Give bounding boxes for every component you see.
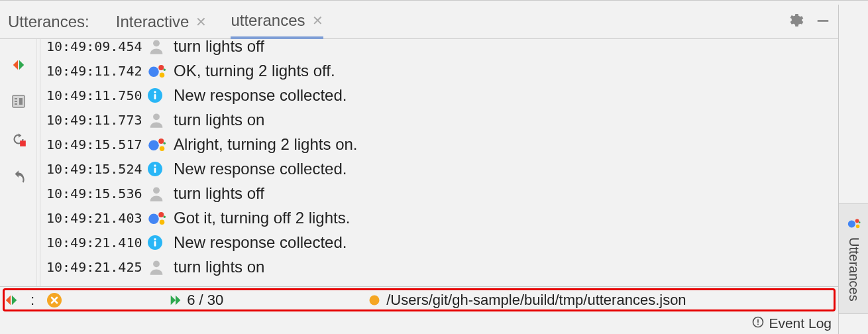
svg-point-26 — [160, 219, 165, 225]
log-area[interactable]: 10:49:09.454turn lights off10:49:11.742O… — [37, 39, 838, 286]
assistant-icon — [147, 208, 174, 228]
status-progress: 6 / 30 — [168, 292, 223, 309]
log-row[interactable]: 10:49:15.524New response collected. — [46, 156, 838, 181]
tab-utterances[interactable]: utterances ✕ — [231, 5, 323, 39]
user-icon — [147, 184, 174, 203]
log-row[interactable]: 10:49:15.517Alright, turning 2 lights on… — [46, 132, 838, 156]
status-count-text: 6 / 30 — [187, 292, 223, 309]
status-run-icon[interactable] — [4, 293, 19, 307]
log-message: turn lights off — [174, 39, 264, 56]
footer-bar: Event Log — [0, 313, 838, 334]
svg-point-31 — [153, 260, 160, 267]
log-row[interactable]: 10:49:15.536turn lights off — [46, 181, 838, 205]
log-message: Alright, turning 2 lights on. — [174, 135, 358, 154]
run-flip-icon[interactable] — [11, 58, 26, 75]
status-path-text: /Users/git/gh-sample/build/tmp/utterance… — [386, 292, 686, 309]
svg-rect-5 — [19, 98, 23, 105]
log-row[interactable]: 10:49:21.410New response collected. — [46, 230, 838, 254]
log-message: OK, turning 2 lights off. — [174, 62, 335, 80]
status-bar: : 6 / 30 /Users/git/gh-sample/build/tmp/… — [0, 286, 838, 313]
svg-rect-3 — [15, 101, 17, 102]
log-message: New response collected. — [174, 160, 347, 178]
svg-point-38 — [855, 219, 859, 223]
status-cancel-icon[interactable] — [46, 292, 62, 308]
svg-point-9 — [158, 65, 164, 70]
log-timestamp: 10:49:11.742 — [46, 63, 147, 79]
tab-label: Interactive — [116, 13, 190, 31]
log-message: turn lights off — [174, 184, 264, 203]
gear-icon[interactable] — [787, 12, 804, 32]
assistant-icon — [846, 216, 861, 231]
svg-point-19 — [164, 142, 166, 144]
svg-point-15 — [153, 113, 160, 120]
log-row[interactable]: 10:49:21.425turn lights on — [46, 254, 838, 279]
log-timestamp: 10:49:15.517 — [46, 137, 147, 152]
log-timestamp: 10:49:11.750 — [46, 87, 147, 103]
tab-interactive[interactable]: Interactive ✕ — [116, 5, 207, 39]
assistant-icon — [147, 135, 174, 154]
log-row[interactable]: 10:49:11.773turn lights on — [46, 107, 838, 132]
tab-label: utterances — [231, 11, 305, 30]
svg-point-17 — [158, 139, 164, 144]
log-message: Got it, turning off 2 lights. — [174, 209, 350, 227]
log-message: turn lights on — [174, 111, 264, 129]
log-timestamp: 10:49:15.524 — [46, 161, 147, 177]
svg-point-11 — [164, 68, 166, 71]
right-tab-utterances[interactable]: Utterances — [839, 203, 868, 314]
log-row[interactable]: 10:49:11.742OK, turning 2 lights off. — [46, 58, 838, 83]
svg-point-18 — [160, 146, 165, 151]
svg-rect-0 — [818, 20, 829, 22]
rerun-stop-icon[interactable] — [10, 131, 27, 150]
right-rail: Utterances — [839, 5, 868, 334]
svg-rect-21 — [154, 168, 156, 173]
svg-point-37 — [847, 221, 855, 228]
info-icon — [147, 235, 174, 250]
log-message: New response collected. — [174, 233, 347, 252]
svg-point-7 — [153, 40, 160, 46]
minimize-icon[interactable] — [816, 13, 830, 30]
svg-point-10 — [160, 72, 165, 78]
svg-point-27 — [164, 215, 166, 218]
status-colon: : — [30, 292, 34, 309]
log-timestamp: 10:49:21.403 — [46, 210, 147, 226]
close-icon[interactable]: ✕ — [312, 13, 323, 28]
close-icon[interactable]: ✕ — [195, 14, 207, 30]
user-icon — [147, 258, 174, 276]
assistant-icon — [147, 61, 174, 81]
svg-point-40 — [858, 222, 860, 224]
svg-point-33 — [370, 295, 380, 305]
svg-rect-36 — [758, 323, 759, 325]
svg-point-24 — [148, 213, 159, 224]
user-icon — [147, 39, 174, 56]
svg-rect-35 — [758, 319, 759, 322]
svg-point-14 — [154, 91, 156, 93]
user-icon — [147, 111, 174, 129]
svg-point-8 — [148, 66, 159, 77]
right-tab-label: Utterances — [846, 237, 861, 302]
undo-icon[interactable] — [10, 169, 27, 189]
log-row[interactable]: 10:49:21.403Got it, turning off 2 lights… — [46, 205, 838, 230]
log-message: New response collected. — [174, 86, 347, 105]
svg-point-16 — [148, 140, 159, 150]
info-icon — [147, 87, 174, 103]
layout-icon[interactable] — [11, 93, 27, 112]
svg-point-22 — [154, 164, 156, 166]
log-timestamp: 10:49:21.410 — [46, 235, 147, 250]
log-timestamp: 10:49:21.425 — [46, 259, 147, 275]
svg-rect-29 — [154, 241, 156, 247]
panel-title: Utterances: — [8, 13, 89, 31]
svg-point-23 — [153, 187, 160, 194]
log-timestamp: 10:49:11.773 — [46, 112, 147, 128]
svg-rect-13 — [154, 94, 156, 99]
log-timestamp: 10:49:09.454 — [46, 39, 147, 54]
event-log-label[interactable]: Event Log — [769, 315, 832, 331]
info-icon — [147, 161, 174, 177]
svg-rect-6 — [20, 140, 26, 146]
svg-rect-4 — [15, 103, 17, 105]
event-log-icon[interactable] — [751, 315, 765, 332]
svg-rect-1 — [13, 95, 25, 107]
log-row[interactable]: 10:49:11.750New response collected. — [46, 83, 838, 107]
svg-point-30 — [154, 238, 156, 240]
log-row[interactable]: 10:49:09.454turn lights off — [46, 39, 838, 58]
log-message: turn lights on — [174, 258, 264, 276]
